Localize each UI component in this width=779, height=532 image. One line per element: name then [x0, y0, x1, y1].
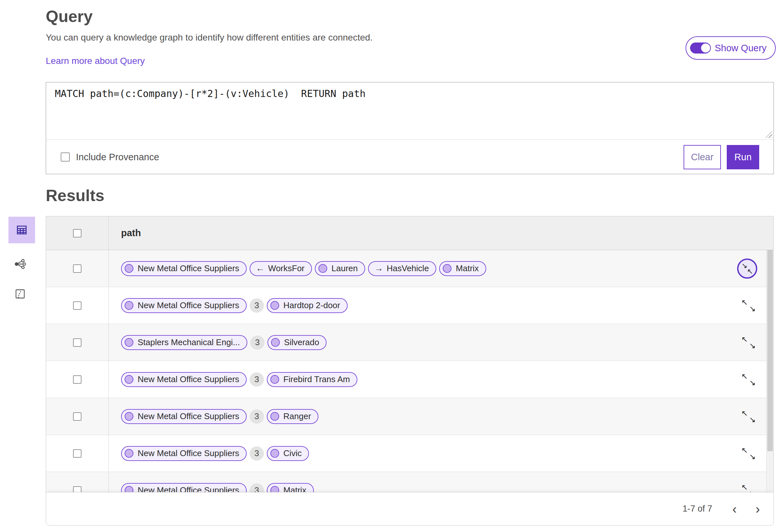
arrow-down-right-icon: ↘ [741, 261, 747, 270]
relation-pill[interactable]: →HasVehicle [368, 261, 436, 276]
table-row: Staplers Mechanical Engi...3Silverado ↖↘ [46, 324, 774, 361]
expand-row-button[interactable]: ↖↘ [740, 334, 757, 351]
pill-label: Hardtop 2-door [283, 301, 340, 311]
show-query-toggle[interactable]: Show Query [685, 36, 776, 60]
entity-pill[interactable]: New Metal Office Suppliers [121, 409, 247, 424]
row-checkbox[interactable] [73, 302, 81, 310]
relation-pill[interactable]: ←WorksFor [250, 261, 312, 276]
hop-count-badge: 3 [250, 409, 264, 424]
entity-dot-icon [271, 375, 279, 384]
row-select-cell [46, 398, 109, 435]
table-row: New Metal Office Suppliers3Ranger ↖↘ [46, 398, 774, 435]
table-row: New Metal Office Suppliers←WorksForLaure… [46, 250, 774, 287]
map-icon [15, 288, 25, 300]
arrow-down-right-icon: ↘ [749, 304, 756, 313]
path-cell: Staplers Mechanical Engi...3Silverado ↖↘ [109, 324, 774, 361]
arrow-left-icon: ← [256, 264, 264, 273]
path-column-header: path [109, 216, 774, 250]
hop-count-badge: 3 [250, 298, 264, 313]
entity-dot-icon [125, 338, 133, 347]
table-row: New Metal Office Suppliers3Civic ↖↘ [46, 435, 774, 472]
hop-count-badge: 3 [250, 446, 264, 461]
arrow-up-left-icon: ↖ [741, 335, 748, 344]
expand-row-button[interactable]: ↖↘ [740, 297, 757, 314]
arrow-up-left-icon: ↖ [747, 267, 753, 276]
pill-label: New Metal Office Suppliers [138, 263, 239, 273]
query-editor-panel: MATCH path=(c:Company)-[r*2]-(v:Vehicle)… [46, 82, 774, 174]
expand-row-button[interactable]: ↖↘ [740, 408, 757, 425]
expand-row-button[interactable]: ↘↖ [737, 259, 757, 279]
arrow-up-left-icon: ↖ [741, 372, 748, 381]
pill-label: HasVehicle [386, 263, 429, 273]
learn-more-link[interactable]: Learn more about Query [46, 56, 145, 66]
row-checkbox[interactable] [73, 264, 81, 273]
entity-dot-icon [271, 449, 279, 458]
clear-button[interactable]: Clear [683, 145, 721, 169]
pill-label: New Metal Office Suppliers [138, 374, 239, 384]
expand-row-button[interactable]: ↖↘ [740, 371, 757, 388]
entity-dot-icon [125, 412, 133, 421]
entity-pill[interactable]: Firebird Trans Am [267, 372, 357, 387]
entity-dot-icon [443, 264, 452, 273]
pagination-range-label: 1-7 of 7 [682, 504, 712, 514]
select-all-checkbox[interactable] [73, 229, 81, 238]
table-icon [16, 224, 27, 236]
pagination-bar: 1-7 of 7 ‹ › [46, 492, 774, 525]
entity-pill[interactable]: Silverado [267, 335, 326, 350]
query-actions-bar: Include Provenance Clear Run [46, 140, 774, 174]
row-checkbox[interactable] [73, 412, 81, 421]
path-cell: New Metal Office Suppliers3Civic ↖↘ [109, 435, 774, 472]
entity-pill[interactable]: Staplers Mechanical Engi... [121, 335, 247, 350]
run-button[interactable]: Run [727, 145, 759, 169]
table-header-row: path [46, 216, 774, 250]
pill-label: WorksFor [268, 263, 304, 273]
entity-pill[interactable]: Hardtop 2-door [267, 298, 348, 313]
entity-pill[interactable]: New Metal Office Suppliers [121, 372, 247, 387]
query-textarea[interactable]: MATCH path=(c:Company)-[r*2]-(v:Vehicle)… [46, 82, 774, 140]
arrow-right-icon: → [374, 264, 383, 273]
entity-pill[interactable]: Matrix [439, 261, 486, 276]
path-cells: New Metal Office Suppliers←WorksForLaure… [121, 261, 486, 276]
arrow-down-right-icon: ↘ [749, 378, 756, 387]
chevron-right-icon[interactable]: › [756, 503, 760, 516]
row-checkbox[interactable] [73, 338, 81, 347]
hop-count-badge: 3 [250, 335, 264, 350]
entity-pill[interactable]: New Metal Office Suppliers [121, 446, 247, 461]
path-cells: New Metal Office Suppliers3Firebird Tran… [121, 372, 357, 387]
scrollbar-thumb[interactable] [767, 250, 773, 451]
toggle-switch-icon[interactable] [690, 43, 711, 54]
pill-label: Silverado [284, 337, 319, 347]
path-cell: New Metal Office Suppliers3Ranger ↖↘ [109, 398, 774, 435]
row-select-cell [46, 324, 109, 361]
toggle-knob-icon [701, 43, 711, 53]
entity-dot-icon [318, 264, 327, 273]
entity-pill[interactable]: New Metal Office Suppliers [121, 261, 247, 276]
vertical-scrollbar[interactable] [766, 250, 774, 492]
path-cells: Staplers Mechanical Engi...3Silverado [121, 335, 326, 350]
table-row: New Metal Office Suppliers3Firebird Tran… [46, 361, 774, 398]
chevron-left-icon[interactable]: ‹ [732, 503, 736, 516]
entity-pill[interactable]: New Metal Office Suppliers [121, 298, 247, 313]
textarea-resize-handle[interactable] [765, 131, 772, 138]
include-provenance-checkbox[interactable] [61, 152, 70, 161]
entity-dot-icon [125, 449, 133, 458]
pill-label: Staplers Mechanical Engi... [138, 337, 240, 347]
entity-pill[interactable]: Civic [267, 446, 309, 461]
row-checkbox[interactable] [73, 449, 81, 458]
pill-label: Civic [283, 448, 302, 458]
row-select-cell [46, 250, 109, 287]
pill-label: Lauren [332, 263, 358, 273]
link-chart-view-button[interactable] [14, 258, 26, 271]
results-section-title: Results [46, 186, 105, 205]
pill-label: New Metal Office Suppliers [138, 411, 239, 421]
show-query-label: Show Query [715, 43, 767, 54]
entity-pill[interactable]: Lauren [315, 261, 365, 276]
table-view-button[interactable] [8, 217, 35, 243]
path-cell: New Metal Office Suppliers3Firebird Tran… [109, 361, 774, 398]
entity-pill[interactable]: Ranger [267, 409, 318, 424]
map-view-button[interactable] [14, 288, 26, 300]
path-cells: New Metal Office Suppliers3Civic [121, 446, 309, 461]
row-checkbox[interactable] [73, 375, 81, 384]
expand-row-button[interactable]: ↖↘ [740, 445, 757, 462]
row-select-cell [46, 435, 109, 472]
